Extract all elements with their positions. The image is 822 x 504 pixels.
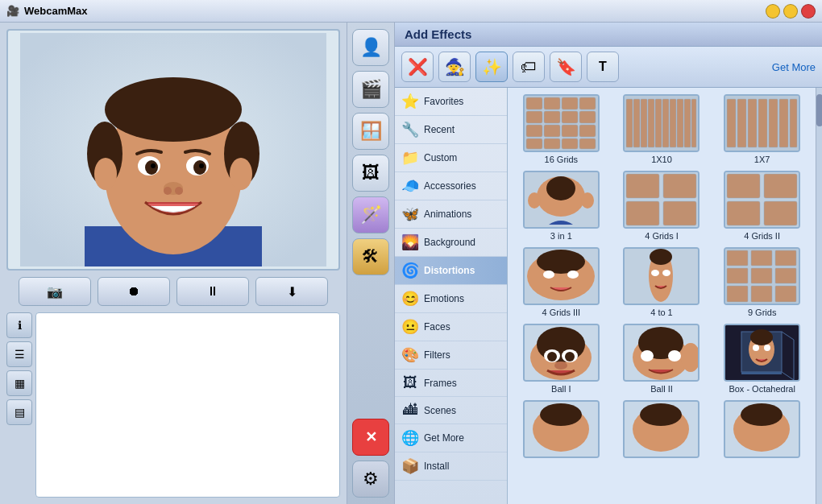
tool-video[interactable]: 🎬 bbox=[352, 71, 389, 108]
cat-emotions[interactable]: 😊 Emotions bbox=[395, 285, 507, 313]
effect-3in1[interactable]: 3 in 1 bbox=[514, 171, 608, 241]
svg-rect-25 bbox=[544, 111, 560, 123]
effect-4gridsiii-thumb bbox=[523, 247, 600, 305]
svg-point-58 bbox=[528, 192, 541, 209]
effect-more3[interactable] bbox=[715, 400, 809, 461]
cat-custom[interactable]: 📁 Custom bbox=[395, 144, 507, 172]
effect-4gridsi[interactable]: 4 Grids I bbox=[615, 171, 709, 241]
right-scrollbar[interactable] bbox=[816, 88, 822, 504]
effect-4gridsii[interactable]: 4 Grids II bbox=[715, 171, 809, 241]
effect-4gridsiii[interactable]: 4 Grids III bbox=[514, 247, 608, 317]
left-panel: 📷 ⏺ ⏸ ⬇ ℹ ☰ ▦ ▤ bbox=[0, 23, 347, 504]
background-icon: 🌄 bbox=[401, 233, 419, 251]
svg-point-15 bbox=[164, 187, 172, 195]
tool-magic[interactable]: 🪄 bbox=[352, 196, 389, 233]
svg-rect-63 bbox=[626, 201, 659, 225]
app-icon: 🎥 bbox=[6, 5, 19, 17]
effects-body: ⭐ Favorites 🔧 Recent 📁 Custom 🧢 Accessor… bbox=[395, 88, 822, 504]
emotions-icon: 😊 bbox=[401, 290, 419, 308]
tool-person[interactable]: 👤 bbox=[352, 29, 389, 66]
effect-16grids[interactable]: 16 Grids bbox=[514, 94, 608, 164]
cat-install[interactable]: 📦 Install bbox=[395, 452, 507, 481]
effect-4to1[interactable]: 4 to 1 bbox=[615, 247, 709, 317]
svg-rect-82 bbox=[751, 250, 772, 266]
cat-faces[interactable]: 😐 Faces bbox=[395, 313, 507, 341]
sparkle-effect-button[interactable]: ✨ bbox=[475, 52, 508, 82]
cat-background-label: Background bbox=[424, 237, 475, 248]
record-button[interactable]: ⏺ bbox=[98, 277, 170, 306]
effect-16grids-label: 16 Grids bbox=[545, 155, 579, 164]
add2-effect-button[interactable]: 🔖 bbox=[550, 52, 582, 82]
app-title-group: 🎥 WebcamMax bbox=[6, 5, 88, 17]
close-button[interactable] bbox=[801, 4, 816, 19]
cat-animations[interactable]: 🦋 Animations bbox=[395, 200, 507, 229]
effects-grid-container: 16 Grids bbox=[508, 88, 816, 504]
effect-balli-label: Ball I bbox=[551, 384, 571, 394]
frames-icon: 🖼 bbox=[401, 374, 419, 391]
svg-rect-64 bbox=[663, 201, 696, 225]
effect-9grids-thumb bbox=[724, 247, 800, 305]
effect-box[interactable]: Box - Octahedral bbox=[715, 324, 809, 394]
effect-balli[interactable]: Ball I bbox=[514, 324, 608, 394]
effects-toolbar: ❌ 🧙 ✨ 🏷 🔖 T Get More bbox=[395, 47, 822, 88]
cat-scenes[interactable]: 🏙 Scenes bbox=[395, 397, 507, 424]
effect-1x7-thumb bbox=[724, 94, 800, 152]
settings-button[interactable]: ⚙ bbox=[352, 461, 389, 498]
info-panel: ℹ ☰ ▦ ▤ bbox=[6, 312, 340, 498]
svg-rect-68 bbox=[727, 201, 760, 225]
tool-image[interactable]: 🖼 bbox=[352, 155, 389, 192]
stop-button[interactable]: ✕ bbox=[352, 419, 389, 456]
scrollbar-thumb[interactable] bbox=[816, 94, 822, 126]
close-effect-button[interactable]: ❌ bbox=[401, 52, 434, 82]
info-sidebar: ℹ ☰ ▦ ▤ bbox=[6, 312, 32, 498]
svg-rect-30 bbox=[562, 125, 578, 137]
add-effect-button[interactable]: 🏷 bbox=[513, 52, 545, 82]
main-content: 📷 ⏺ ⏸ ⬇ ℹ ☰ ▦ ▤ 👤 🎬 🪟 🖼 🪄 🛠 ✕ ⚙ A bbox=[0, 23, 822, 504]
app-title: WebcamMax bbox=[24, 5, 88, 17]
cat-recent[interactable]: 🔧 Recent bbox=[395, 116, 507, 144]
list-button[interactable]: ☰ bbox=[6, 341, 32, 367]
svg-point-77 bbox=[650, 249, 672, 265]
download-button[interactable]: ⬇ bbox=[255, 277, 328, 306]
effect-9grids[interactable]: 9 Grids bbox=[715, 247, 809, 317]
cat-filters[interactable]: 🎨 Filters bbox=[395, 341, 507, 370]
svg-rect-22 bbox=[562, 97, 578, 109]
cat-favorites[interactable]: ⭐ Favorites bbox=[395, 88, 507, 116]
tool-window[interactable]: 🪟 bbox=[352, 113, 389, 150]
pause-button[interactable]: ⏸ bbox=[176, 277, 249, 306]
effect-more2-thumb bbox=[623, 400, 700, 458]
effect-more1[interactable] bbox=[514, 400, 608, 461]
text-effect-button[interactable]: T bbox=[587, 52, 619, 82]
effect-ballii[interactable]: Ball II bbox=[615, 324, 709, 394]
grid-button[interactable]: ▦ bbox=[6, 370, 32, 396]
cat-install-label: Install bbox=[424, 461, 449, 472]
minimize-button[interactable] bbox=[766, 4, 780, 19]
svg-rect-61 bbox=[626, 174, 659, 198]
svg-rect-50 bbox=[748, 99, 757, 147]
svg-rect-24 bbox=[526, 111, 542, 123]
info-button[interactable]: ℹ bbox=[6, 312, 32, 338]
tool-effects[interactable]: 🛠 bbox=[352, 238, 389, 275]
effect-4to1-thumb bbox=[623, 247, 700, 305]
svg-point-12 bbox=[151, 163, 156, 168]
svg-rect-83 bbox=[775, 250, 796, 266]
effect-1x10[interactable]: 1X10 bbox=[615, 94, 709, 164]
maximize-button[interactable] bbox=[783, 4, 798, 19]
camera-button[interactable]: 📷 bbox=[19, 277, 91, 306]
svg-rect-84 bbox=[727, 268, 748, 283]
svg-rect-46 bbox=[691, 99, 696, 147]
cat-distortions[interactable]: 🌀 Distortions bbox=[395, 257, 507, 285]
effect-balli-thumb bbox=[523, 324, 600, 382]
cat-getmore[interactable]: 🌐 Get More bbox=[395, 424, 507, 452]
get-more-link[interactable]: Get More bbox=[772, 61, 816, 73]
effect-more2[interactable] bbox=[615, 400, 709, 461]
cat-background[interactable]: 🌄 Background bbox=[395, 229, 507, 257]
cat-frames[interactable]: 🖼 Frames bbox=[395, 370, 507, 397]
svg-point-101 bbox=[641, 350, 654, 361]
cat-accessories[interactable]: 🧢 Accessories bbox=[395, 172, 507, 200]
effect-1x7[interactable]: 1X7 bbox=[715, 94, 809, 164]
layout-button[interactable]: ▤ bbox=[6, 399, 32, 425]
magic-effect-button[interactable]: 🧙 bbox=[438, 52, 471, 82]
cat-getmore-label: Get More bbox=[424, 432, 464, 444]
svg-rect-29 bbox=[544, 125, 560, 137]
